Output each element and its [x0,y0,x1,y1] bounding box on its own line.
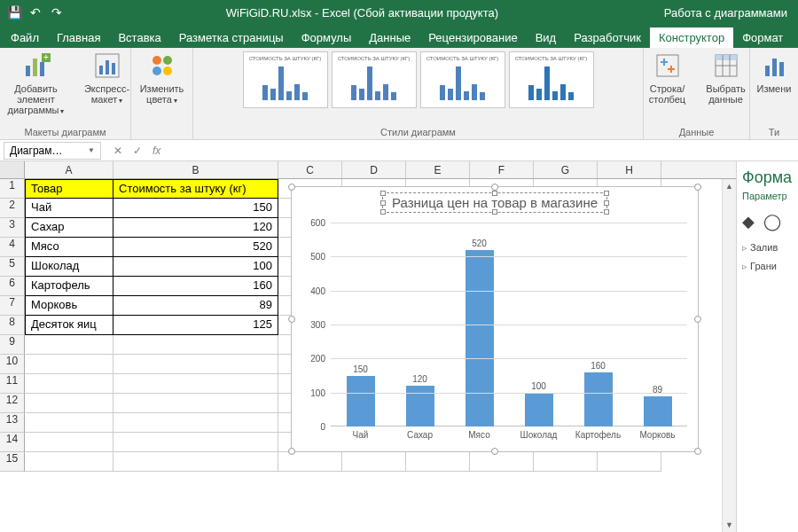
cell[interactable] [113,355,278,374]
tab-page-layout[interactable]: Разметка страницы [170,27,293,48]
style-thumb-4[interactable]: СТОИМОСТЬ ЗА ШТУКУ (КГ) [509,51,594,108]
row-header[interactable]: 6 [0,277,25,296]
cell[interactable] [406,452,470,472]
row-header[interactable]: 1 [0,179,25,199]
cell[interactable] [342,452,406,472]
change-chart-type-button[interactable]: Измени [754,51,794,94]
row-header[interactable]: 3 [0,218,25,238]
worksheet[interactable]: A B C D E F G H 1ТоварСтоимость за штуку… [0,161,736,532]
row-header[interactable]: 12 [0,394,25,413]
task-item-fill[interactable]: Залив [742,242,793,254]
col-header[interactable]: G [534,161,598,178]
row-header[interactable]: 11 [0,374,25,394]
task-item-border[interactable]: Грани [742,261,793,272]
col-header[interactable]: D [342,161,406,178]
cell[interactable] [113,394,278,413]
cell[interactable]: Картофель [25,277,113,296]
cell[interactable] [25,335,113,355]
cell[interactable]: Сахар [25,218,113,238]
cancel-icon[interactable]: ✕ [113,145,122,157]
formula-input[interactable] [175,142,798,160]
switch-row-col-button[interactable]: Строка/столбец [643,51,692,105]
chart-title[interactable]: Разница цен на товар в магазине [382,192,607,213]
tab-view[interactable]: Вид [527,27,566,48]
cell[interactable]: Десяток яиц [25,316,113,335]
row-header[interactable]: 14 [0,433,25,452]
tab-data[interactable]: Данные [360,27,419,48]
chart-bar[interactable] [347,376,375,427]
cell[interactable]: Шоколад [25,257,113,277]
row-header[interactable]: 2 [0,199,25,218]
col-header[interactable]: H [598,161,661,178]
cell[interactable]: 89 [113,296,278,316]
cell[interactable]: Морковь [25,296,113,316]
vertical-scrollbar[interactable]: ▲ ▼ [722,179,736,532]
cell[interactable] [113,413,278,433]
tab-insert[interactable]: Вставка [109,27,169,48]
style-thumb-3[interactable]: СТОИМОСТЬ ЗА ШТУКУ (КГ) [420,51,505,108]
chart-bar[interactable] [525,393,553,426]
cell[interactable]: 100 [113,257,278,277]
row-header[interactable]: 7 [0,296,25,316]
cell[interactable]: 125 [113,316,278,335]
cell[interactable] [113,433,278,452]
style-thumb-2[interactable]: СТОИМОСТЬ ЗА ШТУКУ (КГ) [332,51,417,108]
effects-icon[interactable]: ◯ [763,212,781,231]
cell[interactable] [25,374,113,394]
select-all-corner[interactable] [0,161,25,178]
cell[interactable]: Стоимость за штуку (кг) [113,179,278,199]
cell[interactable]: 120 [113,218,278,238]
row-header[interactable]: 13 [0,413,25,433]
col-header[interactable]: B [113,161,278,178]
redo-icon[interactable]: ↷ [50,5,64,20]
col-header[interactable]: A [25,161,113,178]
add-chart-element-button[interactable]: + Добавить элемент диаграммы [0,51,74,116]
col-header[interactable]: E [406,161,470,178]
chart-bar[interactable] [644,396,672,426]
cell[interactable]: Мясо [25,238,113,257]
row-header[interactable]: 10 [0,355,25,374]
style-thumb-1[interactable]: СТОИМОСТЬ ЗА ШТУКУ (КГ) [243,51,328,108]
cell[interactable] [25,413,113,433]
cell[interactable] [534,452,598,472]
fx-icon[interactable]: fx [153,145,166,157]
tab-file[interactable]: Файл [2,27,48,48]
chart-bar[interactable] [584,372,613,426]
scroll-down-icon[interactable]: ▼ [723,518,736,532]
tab-design[interactable]: Конструктор [650,27,733,48]
cell[interactable]: Чай [25,199,113,218]
row-header[interactable]: 15 [0,452,25,472]
change-colors-button[interactable]: Изменить цвета [137,51,187,106]
row-header[interactable]: 9 [0,335,25,355]
save-icon[interactable]: 💾 [7,5,21,20]
select-data-button[interactable]: Выбрать данные [701,51,751,105]
embedded-chart[interactable]: Разница цен на товар в магазине 150Чай12… [291,186,699,452]
cell[interactable] [113,335,278,355]
cell[interactable] [25,355,113,374]
name-box[interactable]: Диаграм…▼ [4,142,101,160]
row-header[interactable]: 8 [0,316,25,335]
chart-plot-area[interactable]: 150Чай120Сахар520Мясо100Шоколад160Картоф… [331,223,687,426]
enter-icon[interactable]: ✓ [133,145,142,157]
cell[interactable] [470,452,534,472]
cell[interactable]: Товар [25,179,113,199]
tab-home[interactable]: Главная [48,27,109,48]
tab-format[interactable]: Формат [733,27,792,48]
tab-formulas[interactable]: Формулы [293,27,361,48]
scroll-up-icon[interactable]: ▲ [723,179,736,193]
cell[interactable] [25,394,113,413]
format-task-pane[interactable]: Форма Параметр ◆ ◯ Залив Грани [736,161,798,532]
tab-developer[interactable]: Разработчик [565,27,650,48]
row-header[interactable]: 4 [0,238,25,257]
cell[interactable] [113,374,278,394]
cell[interactable] [25,452,113,472]
cell[interactable]: 150 [113,199,278,218]
row-header[interactable]: 5 [0,257,25,277]
undo-icon[interactable]: ↶ [28,5,43,20]
fill-icon[interactable]: ◆ [742,212,755,231]
col-header[interactable]: F [470,161,534,178]
cell[interactable]: 160 [113,277,278,296]
cell[interactable] [25,433,113,452]
cell[interactable] [113,452,278,472]
chart-styles-gallery[interactable]: СТОИМОСТЬ ЗА ШТУКУ (КГ) СТОИМОСТЬ ЗА ШТУ… [243,51,594,108]
